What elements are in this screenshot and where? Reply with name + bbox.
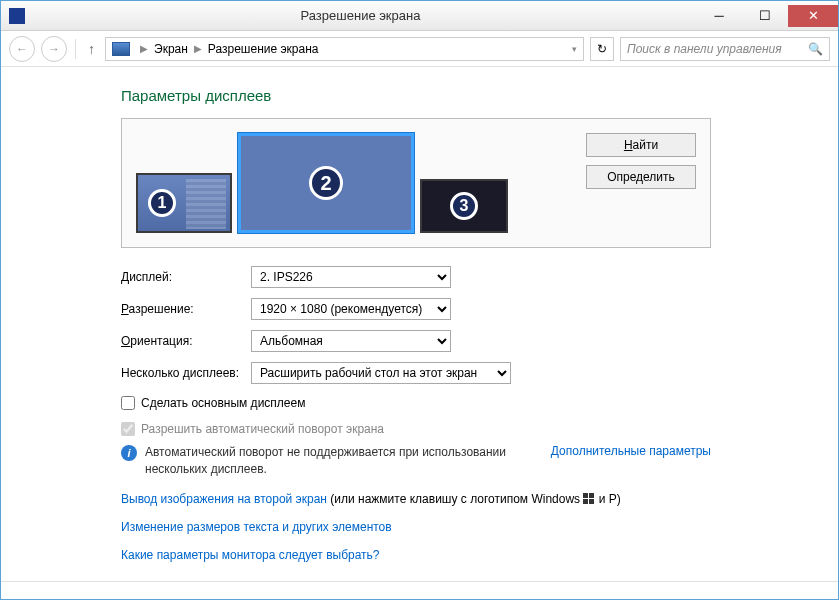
multiple-displays-select[interactable]: Расширить рабочий стол на этот экран bbox=[251, 362, 511, 384]
titlebar: Разрешение экрана ─ ☐ ✕ bbox=[1, 1, 838, 31]
identify-button[interactable]: Определить bbox=[586, 165, 696, 189]
app-icon bbox=[9, 8, 25, 24]
monitor-3[interactable]: 3 bbox=[420, 179, 508, 233]
back-button[interactable]: ← bbox=[9, 36, 35, 62]
text-size-link[interactable]: Изменение размеров текста и других элеме… bbox=[121, 520, 392, 534]
monitor-number: 2 bbox=[309, 166, 343, 200]
monitor-number: 1 bbox=[148, 189, 176, 217]
multiple-displays-label: Несколько дисплеев: bbox=[121, 366, 251, 380]
auto-rotate-label: Разрешить автоматический поворот экрана bbox=[141, 422, 384, 436]
monitor-2-selected[interactable]: 2 bbox=[238, 133, 414, 233]
windows-logo-icon bbox=[583, 493, 595, 505]
chevron-right-icon: ▶ bbox=[140, 43, 148, 54]
advanced-settings-link[interactable]: Дополнительные параметры bbox=[551, 444, 711, 458]
resolution-select[interactable]: 1920 × 1080 (рекомендуется) bbox=[251, 298, 451, 320]
monitor-1[interactable]: 1 bbox=[136, 173, 232, 233]
breadcrumb[interactable]: ▶ Экран ▶ Разрешение экрана ▾ bbox=[105, 37, 584, 61]
content: Параметры дисплеев 1 2 3 Найти Определит… bbox=[1, 67, 838, 581]
search-input[interactable] bbox=[627, 42, 808, 56]
breadcrumb-item[interactable]: Экран bbox=[154, 42, 188, 56]
maximize-button[interactable]: ☐ bbox=[742, 5, 788, 27]
monitor-number: 3 bbox=[450, 192, 478, 220]
chevron-down-icon[interactable]: ▾ bbox=[572, 44, 577, 54]
make-primary-label: Сделать основным дисплеем bbox=[141, 396, 305, 410]
orientation-label: Ориентация: bbox=[121, 334, 251, 348]
up-button[interactable]: ↑ bbox=[84, 41, 99, 57]
resolution-label: Разрешение: bbox=[121, 302, 251, 316]
close-button[interactable]: ✕ bbox=[788, 5, 838, 27]
search-box[interactable]: 🔍 bbox=[620, 37, 830, 61]
info-icon: i bbox=[121, 445, 137, 461]
project-link[interactable]: Вывод изображения на второй экран bbox=[121, 492, 327, 506]
info-message: Автоматический поворот не поддерживается… bbox=[145, 444, 543, 478]
project-tail-b: и P) bbox=[595, 492, 620, 506]
search-icon: 🔍 bbox=[808, 42, 823, 56]
breadcrumb-item[interactable]: Разрешение экрана bbox=[208, 42, 319, 56]
project-tail: (или нажмите клавишу с логотипом Windows bbox=[327, 492, 583, 506]
which-monitor-link[interactable]: Какие параметры монитора следует выбрать… bbox=[121, 548, 380, 562]
display-label: Дисплей: bbox=[121, 270, 251, 284]
detect-button[interactable]: Найти bbox=[586, 133, 696, 157]
make-primary-checkbox[interactable] bbox=[121, 396, 135, 410]
navbar: ← → ↑ ▶ Экран ▶ Разрешение экрана ▾ ↻ 🔍 bbox=[1, 31, 838, 67]
chevron-right-icon: ▶ bbox=[194, 43, 202, 54]
window-title: Разрешение экрана bbox=[25, 8, 696, 23]
refresh-button[interactable]: ↻ bbox=[590, 37, 614, 61]
footer bbox=[1, 581, 838, 599]
orientation-select[interactable]: Альбомная bbox=[251, 330, 451, 352]
display-select[interactable]: 2. IPS226 bbox=[251, 266, 451, 288]
display-arrangement-panel: 1 2 3 Найти Определить bbox=[121, 118, 711, 248]
minimize-button[interactable]: ─ bbox=[696, 5, 742, 27]
display-icon bbox=[112, 42, 130, 56]
auto-rotate-checkbox bbox=[121, 422, 135, 436]
forward-button[interactable]: → bbox=[41, 36, 67, 62]
page-heading: Параметры дисплеев bbox=[121, 87, 838, 104]
